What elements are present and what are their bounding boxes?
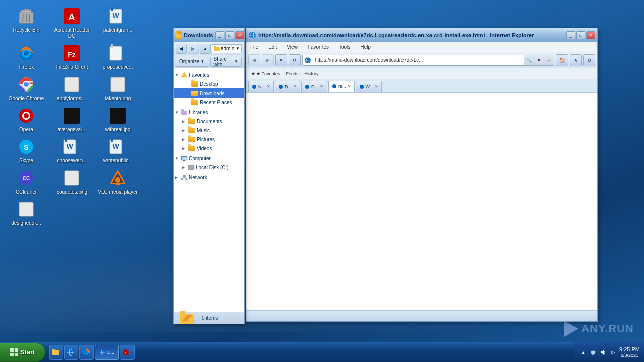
ie-tab-3-close-icon[interactable]: ✕ xyxy=(348,84,351,89)
tree-favorites-header[interactable]: ▼ Favorites xyxy=(174,70,244,79)
ie-fav-btn-history[interactable]: History xyxy=(303,70,321,78)
tree-item-downloads[interactable]: Downloads xyxy=(174,88,244,98)
ie-home-button[interactable]: 🏠 xyxy=(556,54,568,66)
desktop-icon-coquotes[interactable]: coquotes.png xyxy=(52,168,92,195)
ie-settings-button[interactable]: ⚙ xyxy=(583,54,595,66)
desktop-icon-withreal[interactable]: withreal.jpg xyxy=(98,106,138,133)
ie-maximize-button[interactable]: □ xyxy=(576,31,585,39)
desktop-icon-patientgran[interactable]: W patientgran... xyxy=(98,6,138,33)
taskbar-time-display: 9:25 PM xyxy=(619,346,640,353)
pictures-folder-icon xyxy=(188,137,195,142)
taskbar-item-ie-window[interactable]: D... xyxy=(95,345,119,360)
fe-up-button[interactable]: ▲ xyxy=(200,44,211,54)
desktop-icon-filezilla[interactable]: Fz FileZilla Client xyxy=(52,43,92,70)
fe-organize-button[interactable]: Organize ▼ xyxy=(176,57,208,67)
fe-back-button[interactable]: ◀ xyxy=(176,44,187,54)
svg-rect-84 xyxy=(52,349,55,351)
ie-tab-4[interactable]: W... ✕ xyxy=(356,81,382,92)
desktop-icon-proposedve[interactable]: proposedve... xyxy=(98,43,138,70)
ie-menu-edit[interactable]: Edit xyxy=(266,44,279,50)
tree-computer-header[interactable]: ▼ Computer xyxy=(174,154,244,163)
taskbar-item-security[interactable]: ! xyxy=(120,345,135,360)
svg-rect-55 xyxy=(182,157,187,160)
ie-menu-view[interactable]: View xyxy=(285,44,300,50)
ie-stop-button[interactable]: ✕ xyxy=(275,54,287,66)
taskbar-explorer-icon[interactable] xyxy=(49,345,63,360)
svg-text:A: A xyxy=(69,12,75,22)
tree-item-videos[interactable]: ▶ Videos xyxy=(174,144,244,153)
ie-minimize-button[interactable]: _ xyxy=(566,31,575,39)
ie-tab-0[interactable]: N... ✕ xyxy=(248,81,274,92)
music-folder-icon xyxy=(188,128,195,133)
desktop-icon-recycle-bin[interactable]: Recycle Bin xyxy=(6,6,46,33)
ie-refresh-button[interactable]: ↺ xyxy=(289,54,301,66)
coquotes-icon xyxy=(62,168,82,188)
fe-folder-tree: ▼ Favorites Desktop Downloads Recent Pla xyxy=(174,68,244,312)
taskbar-ie-icon[interactable] xyxy=(64,345,78,360)
tree-network-header[interactable]: ▶ Network xyxy=(174,173,244,182)
ie-address-dropdown-button[interactable]: ▼ xyxy=(534,55,544,65)
start-button[interactable]: Start xyxy=(0,343,45,362)
ie-menu-file[interactable]: File xyxy=(248,44,260,50)
ie-address-go-button[interactable]: → xyxy=(544,55,554,65)
fe-maximize-button[interactable]: □ xyxy=(225,31,234,39)
ie-tab-0-close-icon[interactable]: ✕ xyxy=(267,84,270,89)
takento-icon xyxy=(108,74,128,95)
ie-address-text[interactable]: https://mafia-download.com/download/e7dc… xyxy=(313,57,524,63)
ie-back-button[interactable]: ◀ xyxy=(248,54,260,66)
ie-tab-3[interactable]: re... ✕ xyxy=(328,81,355,92)
desktop-icon-wrotepublic[interactable]: W wrotepublic... xyxy=(98,137,138,164)
fe-address-bar[interactable]: admin ▼ xyxy=(212,44,242,53)
fe-forward-button[interactable]: ▶ xyxy=(188,44,199,54)
tree-item-recent-places[interactable]: Recent Places xyxy=(174,98,244,107)
desktop-icon-designeddk[interactable]: designeddk... xyxy=(6,199,46,226)
tray-volume-icon[interactable] xyxy=(599,348,607,356)
tray-action-center-icon[interactable]: ▷ xyxy=(609,348,617,356)
ie-status-bar xyxy=(246,310,597,321)
desktop-icon-vlc[interactable]: VLC media player xyxy=(98,168,138,195)
tree-item-local-disk[interactable]: ▶ Local Disk (C:) xyxy=(174,163,244,172)
ie-menu-favorites[interactable]: Favorites xyxy=(306,44,331,50)
tree-item-desktop[interactable]: Desktop xyxy=(174,79,244,88)
taskbar-system-tray: ▲ ▷ 9:25 PM 8/3/2021 xyxy=(574,342,644,362)
taskbar-clock[interactable]: 9:25 PM 8/3/2021 xyxy=(619,346,640,359)
desktop-icon-acrobat[interactable]: A Acrobat Reader DC xyxy=(52,6,92,39)
tray-show-hidden-button[interactable]: ▲ xyxy=(579,348,587,356)
taskbar-firefox-icon[interactable] xyxy=(79,345,94,360)
desktop-icon-takento[interactable]: takento.png xyxy=(98,74,138,102)
fe-minimize-button[interactable]: _ xyxy=(215,31,224,39)
tree-item-documents[interactable]: ▶ Documents xyxy=(174,117,244,126)
ie-favorites-star-button[interactable]: ★ xyxy=(570,54,582,66)
documents-expand-icon: ▶ xyxy=(182,119,187,124)
ie-address-buttons: 🔍 ▼ → xyxy=(524,55,554,65)
desktop-icon-firefox[interactable]: Firefox xyxy=(6,43,46,70)
desktop-icon-chooseweb[interactable]: W chooseweb... xyxy=(52,137,92,164)
ie-close-button[interactable]: ✕ xyxy=(586,31,595,39)
desktop-icon-ccleaner[interactable]: CC CCleaner xyxy=(6,168,46,195)
tray-network-icon[interactable] xyxy=(589,348,597,356)
ie-forward-button[interactable]: ▶ xyxy=(262,54,274,66)
ie-menu-help[interactable]: Help xyxy=(358,44,373,50)
ie-address-search-button[interactable]: 🔍 xyxy=(524,55,534,65)
fe-close-button[interactable]: ✕ xyxy=(235,31,245,39)
desktop-icon-skype[interactable]: S Skype xyxy=(6,137,46,164)
fe-share-with-button[interactable]: Share with ▼ xyxy=(210,57,243,67)
ie-tab-2[interactable]: D... ✕ xyxy=(301,81,327,92)
ie-tab-1[interactable]: D... ✕ xyxy=(275,81,300,92)
svg-text:!: ! xyxy=(125,351,127,355)
tree-item-music[interactable]: ▶ Music xyxy=(174,126,244,135)
ie-fav-btn-feeds[interactable]: Feeds xyxy=(284,70,301,78)
fe-address-dropdown-icon[interactable]: ▼ xyxy=(236,46,240,51)
tree-libraries-header[interactable]: ▼ Libraries xyxy=(174,108,244,117)
ie-tab-4-close-icon[interactable]: ✕ xyxy=(375,84,378,89)
tree-item-pictures[interactable]: ▶ Pictures xyxy=(174,135,244,144)
desktop-icon-applyforms[interactable]: applyforms.... xyxy=(52,74,92,102)
desktop-icon-chrome[interactable]: Google Chrome xyxy=(6,74,46,102)
ie-tab-1-close-icon[interactable]: ✕ xyxy=(293,84,297,89)
ie-tab-2-close-icon[interactable]: ✕ xyxy=(320,84,324,89)
desktop-icon-averageval[interactable]: averageval... xyxy=(52,106,92,133)
pictures-expand-icon: ▶ xyxy=(182,137,187,142)
ie-fav-btn-favorites[interactable]: ★ ★ Favorites xyxy=(249,70,282,78)
desktop-icon-opera[interactable]: Opera xyxy=(6,106,46,133)
ie-menu-tools[interactable]: Tools xyxy=(337,44,352,50)
